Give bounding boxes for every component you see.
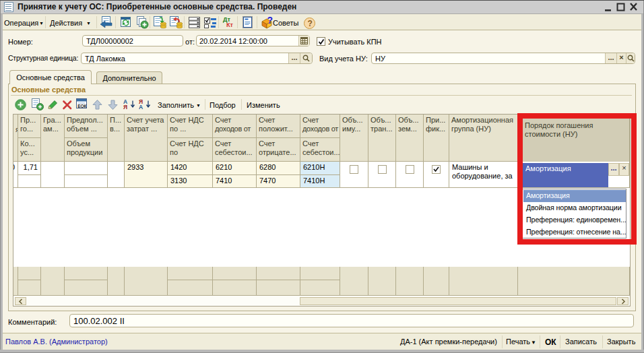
svg-text:?: ? [308,19,313,28]
svg-text:ЕОК: ЕОК [77,104,86,108]
svg-text:?: ? [267,16,273,26]
